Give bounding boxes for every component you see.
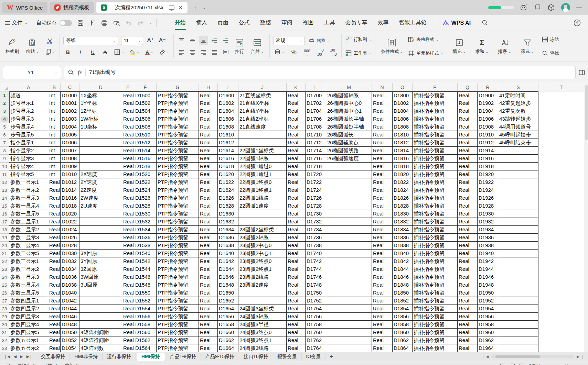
column-header-C[interactable]: C xyxy=(61,83,79,91)
cell-H10[interactable]: Real xyxy=(199,163,218,170)
cell-D31[interactable]: 4矩阵列间距 xyxy=(79,329,122,336)
cell-I3[interactable]: D1604 xyxy=(218,107,238,115)
cell-Q17[interactable]: Real xyxy=(458,218,478,226)
cell-G5[interactable]: PTP指令预留 xyxy=(157,123,199,131)
cell-S4[interactable]: 43跳转起始步 xyxy=(498,115,538,123)
cell-Q13[interactable]: Real xyxy=(458,186,478,194)
cell-Q26[interactable]: Real xyxy=(458,289,478,297)
cell-K31[interactable]: Real xyxy=(287,329,306,336)
cell-O28[interactable]: D1854 xyxy=(393,305,413,313)
row-header-13[interactable]: 13 xyxy=(0,186,9,194)
cell-C27[interactable]: D1042 xyxy=(61,297,79,305)
cell-R27[interactable]: D1952 xyxy=(478,297,498,305)
cell-Q23[interactable]: Real xyxy=(458,265,478,273)
cell-A29[interactable]: 参数四显示3 xyxy=(9,313,48,321)
cell-E18[interactable]: Real xyxy=(122,226,134,234)
ribbon-tab-公式[interactable]: 公式 xyxy=(234,16,255,29)
cell-E23[interactable]: Real xyxy=(122,265,134,273)
cell-M24[interactable] xyxy=(326,273,372,281)
conditional-format-button[interactable]: 条件格式 ⌄ xyxy=(379,37,405,55)
cell-N11[interactable]: Real xyxy=(372,170,393,178)
cell-J22[interactable]: 23圆弧2终点0 xyxy=(238,257,287,265)
cell-S1[interactable]: 41定时时间 xyxy=(498,91,538,99)
cell-J31[interactable]: 24圆弧3终点0 xyxy=(238,329,287,336)
clear-format-button[interactable]: ⌄ xyxy=(158,48,170,57)
ribbon-tab-效率[interactable]: 效率 xyxy=(373,16,394,29)
cell-Q29[interactable]: Real xyxy=(458,313,478,321)
cell-H16[interactable]: Real xyxy=(199,210,218,218)
cell-R23[interactable]: D1944 xyxy=(478,265,498,273)
cell-P6[interactable]: 插补指令预留 xyxy=(413,131,458,139)
cell-G19[interactable]: PTP指令预留 xyxy=(157,234,199,242)
cell-F21[interactable]: D1540 xyxy=(134,250,157,257)
cell-F23[interactable]: D1544 xyxy=(134,265,157,273)
cell-L6[interactable]: D1710 xyxy=(306,131,326,139)
cell-J8[interactable]: 22圆弧1坐标类 xyxy=(238,147,287,155)
cell-L9[interactable]: D1716 xyxy=(306,155,326,163)
cell-H15[interactable]: Real xyxy=(199,202,218,210)
cell-I23[interactable]: D1644 xyxy=(218,265,238,273)
close-tab-icon[interactable]: ✕ xyxy=(179,5,183,10)
cell-N32[interactable]: Real xyxy=(372,336,393,344)
copy-button[interactable]: ⌄ xyxy=(44,47,56,56)
cell-E20[interactable]: Real xyxy=(122,242,134,250)
cell-D33[interactable]: 4矩阵列数 xyxy=(79,344,122,352)
cell-M18[interactable] xyxy=(326,226,372,234)
cell-M29[interactable] xyxy=(326,313,372,321)
cell-R30[interactable]: D1958 xyxy=(478,321,498,329)
column-header-S[interactable]: S xyxy=(498,83,538,91)
cell-A30[interactable]: 参数四显示4 xyxy=(9,321,48,329)
export-pdf-icon[interactable] xyxy=(89,19,96,26)
row-header-2[interactable]: 2 xyxy=(0,99,9,107)
cell-L28[interactable]: D1754 xyxy=(306,305,326,313)
cell-Q18[interactable]: Real xyxy=(458,226,478,234)
cell-P14[interactable]: 插补指令预留 xyxy=(413,194,458,202)
cell-A22[interactable]: 参数三显示1 xyxy=(9,257,48,265)
cell-M23[interactable] xyxy=(326,265,372,273)
sheet-tab-接口16保持[interactable]: 接口16保持 xyxy=(239,353,273,361)
horizontal-scrollbar[interactable]: ◀ ▶ xyxy=(483,355,588,359)
cell-O10[interactable]: D1818 xyxy=(393,163,413,170)
cell-E21[interactable]: Real xyxy=(122,250,134,257)
cell-G4[interactable]: PTP指令预留 xyxy=(157,115,199,123)
cell-C6[interactable]: D1005 xyxy=(61,131,79,139)
cell-H1[interactable]: Real xyxy=(199,91,218,99)
cell-C32[interactable]: D1052 xyxy=(61,336,79,344)
cell-E14[interactable]: Real xyxy=(122,194,134,202)
cell-S12[interactable] xyxy=(498,178,538,186)
cell-O16[interactable]: D1830 xyxy=(393,210,413,218)
cell-F24[interactable]: D1546 xyxy=(134,273,157,281)
cell-E30[interactable]: Real xyxy=(122,321,134,329)
cell-D32[interactable]: 4矩阵行间距 xyxy=(79,336,122,344)
cell-B5[interactable]: Int xyxy=(48,123,61,131)
cell-E8[interactable]: Real xyxy=(122,147,134,155)
cell-L11[interactable]: D1720 xyxy=(306,170,326,178)
cell-A17[interactable]: 参数二显示1 xyxy=(9,218,48,226)
cell-H24[interactable]: Real xyxy=(199,273,218,281)
cell-Q2[interactable]: Real xyxy=(458,99,478,107)
app-box-icon[interactable] xyxy=(547,4,555,11)
cell-B27[interactable]: Real xyxy=(48,297,61,305)
cell-R1[interactable]: D1900 xyxy=(478,91,498,99)
number-format-select[interactable]: 常规⌄ xyxy=(273,36,305,45)
cell-A24[interactable]: 参数三显示3 xyxy=(9,273,48,281)
percent-format-button[interactable]: % xyxy=(289,48,298,57)
cell-I20[interactable]: D1638 xyxy=(218,242,238,250)
cell-Q5[interactable]: Real xyxy=(458,123,478,131)
cell-R33[interactable]: D1964 xyxy=(478,344,498,352)
cell-P4[interactable]: 插补指令预留 xyxy=(413,115,458,123)
column-header-M[interactable]: M xyxy=(326,83,372,91)
cell-P1[interactable]: 插补指令预留 xyxy=(413,91,458,99)
cell-L7[interactable]: D1712 xyxy=(306,139,326,147)
cell-L4[interactable]: D1706 xyxy=(306,115,326,123)
cell-A1[interactable]: 频道 xyxy=(9,91,48,99)
cell-C29[interactable]: D1046 xyxy=(61,313,79,321)
cell-P15[interactable]: 插补指令预留 xyxy=(413,202,458,210)
cell-F12[interactable]: D1522 xyxy=(134,178,157,186)
cell-M30[interactable] xyxy=(326,321,372,329)
column-header-L[interactable]: L xyxy=(306,83,326,91)
cell-K2[interactable]: Real xyxy=(287,99,306,107)
cell-F11[interactable]: D1520 xyxy=(134,170,157,178)
cell-H26[interactable]: Real xyxy=(199,289,218,297)
bold-button[interactable]: B xyxy=(63,48,72,57)
